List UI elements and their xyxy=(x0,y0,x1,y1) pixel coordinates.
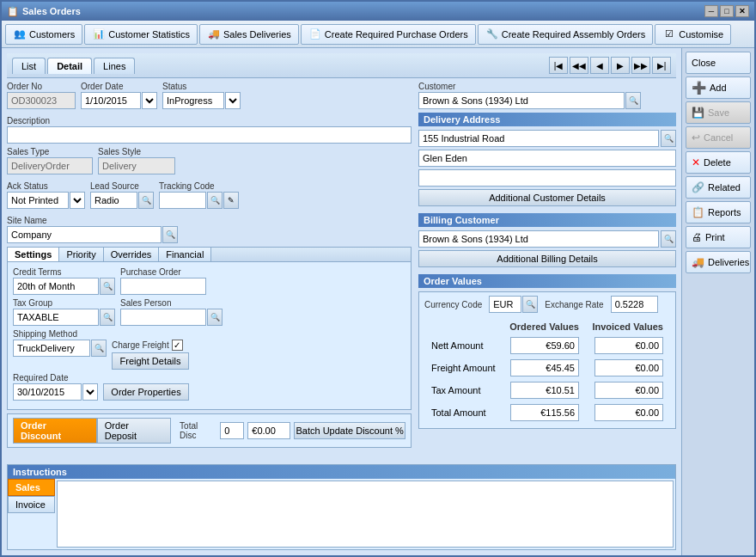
order-properties-button[interactable]: Order Properties xyxy=(103,383,189,401)
freight-amount-ordered-input[interactable] xyxy=(510,359,579,376)
order-date-input[interactable] xyxy=(81,92,141,109)
delivery-addr1-input[interactable] xyxy=(418,130,659,147)
customise-button[interactable]: ☑ Customise xyxy=(655,24,731,45)
next-page-button[interactable]: ▶▶ xyxy=(631,57,650,74)
first-record-button[interactable]: |◀ xyxy=(549,57,568,74)
required-date-dropdown[interactable] xyxy=(82,383,98,401)
sales-style-input xyxy=(98,157,175,174)
tracking-code-input[interactable] xyxy=(159,192,206,209)
instructions-sales-tab[interactable]: Sales xyxy=(8,479,55,496)
billing-customer-input[interactable] xyxy=(418,230,659,248)
tax-amount-invoiced-input[interactable] xyxy=(594,382,663,399)
order-date-dropdown[interactable] xyxy=(142,92,157,109)
credit-terms-input[interactable] xyxy=(13,278,99,295)
tab-list[interactable]: List xyxy=(12,58,46,74)
delete-button[interactable]: ✕ Delete xyxy=(686,151,751,174)
create-purchase-orders-button[interactable]: 📄 Create Required Purchase Orders xyxy=(301,24,476,45)
print-button[interactable]: 🖨 Print xyxy=(686,226,751,248)
prev-page-button[interactable]: ◀◀ xyxy=(570,57,588,74)
tab-priority[interactable]: Priority xyxy=(59,248,103,261)
sales-deliveries-button[interactable]: 🚚 Sales Deliveries xyxy=(199,24,299,45)
nett-amount-invoiced-input[interactable] xyxy=(594,337,663,354)
additional-customer-details-button[interactable]: Additional Customer Details xyxy=(418,189,676,206)
freight-details-button[interactable]: Freight Details xyxy=(112,352,189,370)
description-input[interactable] xyxy=(7,126,412,144)
billing-customer-search-button[interactable]: 🔍 xyxy=(661,230,676,248)
sales-person-input[interactable] xyxy=(120,309,206,326)
prev-record-button[interactable]: ◀ xyxy=(590,57,609,74)
purchase-order-input[interactable] xyxy=(120,278,206,295)
ack-status-group: Ack Status xyxy=(7,181,85,209)
charge-freight-checkbox[interactable]: ✓ xyxy=(172,340,183,351)
lead-source-label: Lead Source xyxy=(90,181,154,191)
currency-code-input[interactable] xyxy=(489,296,521,313)
freight-amount-invoiced-input[interactable] xyxy=(594,359,663,376)
deliveries-button[interactable]: 🚚 Deliveries xyxy=(686,251,751,273)
tax-amount-ordered-input[interactable] xyxy=(510,382,579,399)
related-button[interactable]: 🔗 Related xyxy=(686,176,751,199)
tax-group-input[interactable] xyxy=(13,309,99,326)
additional-billing-details-button[interactable]: Additional Billing Details xyxy=(418,250,676,267)
cancel-button[interactable]: ↩ Cancel xyxy=(686,126,751,149)
customer-input[interactable] xyxy=(418,92,625,109)
tax-amount-label: Tax Amount xyxy=(426,380,502,401)
total-disc-amount-input[interactable] xyxy=(247,422,290,439)
tax-group-search-button[interactable]: 🔍 xyxy=(100,309,115,326)
instructions-invoice-tab[interactable]: Invoice xyxy=(8,496,55,513)
nett-amount-ordered-input[interactable] xyxy=(510,337,579,354)
site-name-input[interactable] xyxy=(7,226,162,243)
customers-button[interactable]: 👥 Customers xyxy=(5,24,82,45)
delivery-addr2-input[interactable] xyxy=(418,150,676,167)
shipping-method-label: Shipping Method xyxy=(13,329,107,339)
currency-search-button[interactable]: 🔍 xyxy=(522,296,538,313)
total-amount-invoiced-input[interactable] xyxy=(594,404,663,421)
total-amount-ordered-input[interactable] xyxy=(510,404,579,421)
close-button[interactable]: ✕ xyxy=(735,5,749,17)
minimize-button[interactable]: ─ xyxy=(704,5,718,17)
tab-settings[interactable]: Settings xyxy=(8,248,59,261)
instructions-content-area[interactable] xyxy=(57,480,674,548)
delivery-addr1-row: 🔍 xyxy=(418,130,676,147)
delivery-addr1-search-button[interactable]: 🔍 xyxy=(661,130,676,147)
order-values-header: Order Values xyxy=(418,274,676,288)
tracking-code-edit-button[interactable]: ✎ xyxy=(223,192,239,209)
status-dropdown[interactable] xyxy=(225,92,241,109)
status-input[interactable] xyxy=(162,92,224,109)
sales-style-label: Sales Style xyxy=(98,147,175,156)
add-button[interactable]: ➕ Add xyxy=(686,77,751,99)
inner-tabs-bar: Settings Priority Overrides Financial xyxy=(8,248,411,262)
exchange-rate-input[interactable] xyxy=(611,296,658,313)
ack-status-input[interactable] xyxy=(7,192,69,209)
ack-status-dropdown[interactable] xyxy=(70,192,85,209)
customer-search-button[interactable]: 🔍 xyxy=(625,92,641,109)
order-discount-tab[interactable]: Order Discount xyxy=(13,418,97,444)
required-date-input[interactable] xyxy=(13,383,82,401)
save-button[interactable]: 💾 Save xyxy=(686,101,751,124)
shipping-method-search-button[interactable]: 🔍 xyxy=(91,340,107,357)
order-deposit-tab[interactable]: Order Deposit xyxy=(97,418,171,444)
lead-source-search-button[interactable]: 🔍 xyxy=(138,192,154,209)
batch-update-button[interactable]: Batch Update Discount % xyxy=(294,422,405,439)
shipping-method-input[interactable] xyxy=(13,340,90,357)
total-disc-input[interactable] xyxy=(220,422,244,439)
print-icon: 🖨 xyxy=(692,231,702,243)
tracking-code-search-button[interactable]: 🔍 xyxy=(207,192,223,209)
site-name-search-button[interactable]: 🔍 xyxy=(162,226,178,243)
maximize-button[interactable]: □ xyxy=(720,5,734,17)
tab-detail[interactable]: Detail xyxy=(47,58,92,74)
tab-financial[interactable]: Financial xyxy=(159,248,211,261)
tab-overrides[interactable]: Overrides xyxy=(104,248,160,261)
create-assembly-orders-button[interactable]: 🔧 Create Required Assembly Orders xyxy=(478,24,654,45)
reports-button[interactable]: 📋 Reports xyxy=(686,201,751,223)
tab-lines[interactable]: Lines xyxy=(94,58,135,74)
credit-terms-search-button[interactable]: 🔍 xyxy=(100,278,115,295)
toolbar: 👥 Customers 📊 Customer Statistics 🚚 Sale… xyxy=(2,21,754,48)
customer-statistics-button[interactable]: 📊 Customer Statistics xyxy=(84,24,198,45)
last-record-button[interactable]: ▶| xyxy=(652,57,671,74)
close-button[interactable]: Close xyxy=(686,52,751,74)
next-record-button[interactable]: ▶ xyxy=(611,57,630,74)
lead-source-input[interactable] xyxy=(90,192,137,209)
sales-type-group: Sales Type xyxy=(7,147,93,174)
delivery-addr3-input[interactable] xyxy=(418,169,676,187)
sales-person-search-button[interactable]: 🔍 xyxy=(207,309,223,326)
